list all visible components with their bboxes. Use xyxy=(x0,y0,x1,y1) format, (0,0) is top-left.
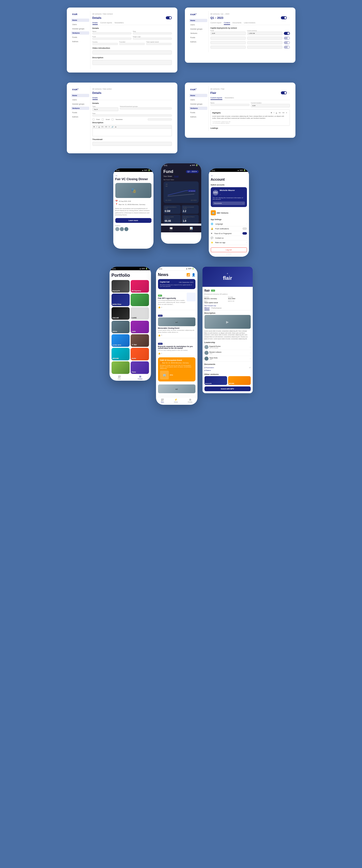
cap-field-3[interactable] xyxy=(211,41,246,44)
sidebar-item-users[interactable]: Users xyxy=(71,23,89,26)
portfolio-item-oscar[interactable]: OSCAR xyxy=(112,307,130,320)
sidebar-item-investor-groups[interactable]: Investor groups xyxy=(71,27,89,30)
nav-portfolio-main[interactable]: ⊞ Portfolio xyxy=(138,375,142,380)
sidebar-item-home[interactable]: Home xyxy=(71,19,89,22)
q1-more-btn[interactable]: ⋮ xyxy=(288,17,290,19)
portfolio-item-alpine[interactable]: ALPINE UNITE xyxy=(112,334,130,347)
nav-portfolio-news[interactable]: ⊞ Portfolio xyxy=(188,398,192,403)
cap-toggle-4[interactable] xyxy=(284,46,290,49)
quarter-selector[interactable]: Q2 – 2023 ▾ xyxy=(186,170,199,173)
h-h1[interactable]: H1 xyxy=(278,112,281,114)
documents-btn[interactable]: Documents › xyxy=(213,202,245,205)
capital-input[interactable] xyxy=(146,43,172,45)
h-bold[interactable]: B xyxy=(270,112,272,114)
publish-toggle[interactable] xyxy=(166,16,172,19)
q1-publish-toggle[interactable] xyxy=(281,16,287,19)
email-checkbox[interactable] xyxy=(102,119,104,120)
sidebar-authors-3[interactable]: Authors xyxy=(71,115,89,119)
nav-activity[interactable]: ⚡ Activity xyxy=(174,398,178,403)
cap-field-1[interactable] xyxy=(211,37,246,40)
founded-input[interactable] xyxy=(119,43,145,45)
learn-more-btn[interactable]: Learn more xyxy=(115,218,151,223)
h-h2[interactable]: H2 xyxy=(282,112,285,114)
sidebar-investors-3[interactable]: Investor groups xyxy=(71,102,89,106)
flair-more-btn[interactable]: ⋮ xyxy=(288,92,290,94)
venture-thumb-buycycle[interactable]: buycycle xyxy=(204,376,227,385)
invest-with-bpv-btn[interactable]: Invest with BPV xyxy=(204,386,251,391)
sidebar-investors-2[interactable]: Investor groups xyxy=(189,27,207,31)
fund-input[interactable] xyxy=(92,38,131,40)
sidebar-users-4[interactable]: Users xyxy=(189,98,207,101)
tab-details[interactable]: Details xyxy=(92,22,98,25)
sidebar-ventures-4[interactable]: Ventures xyxy=(189,107,207,110)
nav-portfolio-news[interactable]: 📰 News xyxy=(118,375,121,380)
sidebar-funds-2[interactable]: Funds xyxy=(189,36,207,39)
bpv-like-icon[interactable]: 👍 xyxy=(158,306,161,308)
h-underline[interactable]: U xyxy=(275,112,277,114)
flair-tab-newsletters[interactable]: Newsletters xyxy=(225,97,234,100)
sidebar-investors-4[interactable]: Investor groups xyxy=(189,102,207,106)
settings-faceid[interactable]: ✕ Face ID or Fingerprint xyxy=(211,231,247,236)
sidebar-item-authors[interactable]: Authors xyxy=(71,40,89,43)
account-back-btn[interactable]: ← xyxy=(211,174,247,178)
flair-name-input[interactable] xyxy=(211,104,249,106)
other-account-row[interactable]: 🏢 ABC Ventures xyxy=(211,209,247,217)
logout-btn[interactable]: Log out xyxy=(211,247,247,252)
sidebar-item-ventures[interactable]: Ventures xyxy=(71,31,89,35)
settings-rate[interactable]: ⭐ Rate our app › xyxy=(211,240,247,245)
h-italic[interactable]: I xyxy=(273,112,275,114)
list-btn[interactable]: ≡ xyxy=(108,126,110,128)
tab-documents[interactable]: Documents xyxy=(233,22,242,25)
cap-field-5[interactable] xyxy=(211,46,246,49)
portfolio-item-flair[interactable]: ✦ flair xyxy=(131,334,149,347)
img-btn[interactable]: ⊞ xyxy=(115,126,117,128)
description-textarea[interactable] xyxy=(92,129,172,136)
h2-btn[interactable]: H2 xyxy=(105,126,108,128)
tab-newsletters[interactable]: Newsletters xyxy=(115,22,124,25)
nav-news[interactable]: 📰 News xyxy=(169,227,173,231)
portfolio-item-care[interactable]: CARE xyxy=(131,307,149,320)
sidebar-home-2[interactable]: Home xyxy=(189,19,207,22)
capital-toggle[interactable] xyxy=(284,32,290,35)
faceid-toggle[interactable] xyxy=(243,232,247,235)
h-list[interactable]: ≡ xyxy=(286,112,288,114)
sidebar-funds-3[interactable]: Funds xyxy=(71,111,89,114)
tab-your-share[interactable]: Your Share xyxy=(164,176,172,178)
italic-btn[interactable]: I xyxy=(96,126,98,128)
video-input[interactable] xyxy=(92,51,172,55)
stage-input[interactable] xyxy=(133,38,172,40)
event-back-btn[interactable]: ← xyxy=(115,174,151,178)
name-input[interactable] xyxy=(92,32,131,34)
fund-currency-input[interactable]: EUR xyxy=(211,32,246,35)
sidebar-home-4[interactable]: Home xyxy=(189,94,207,97)
action-type-input[interactable]: Text ▾ xyxy=(92,107,118,111)
nav-news-main[interactable]: 📰 News xyxy=(161,398,164,403)
flair-tab-reports[interactable]: Current reports xyxy=(211,97,222,100)
sidebar-authors-2[interactable]: Authors xyxy=(189,40,207,43)
bold-btn[interactable]: B xyxy=(93,126,95,128)
flair-location-input[interactable]: EUR xyxy=(251,104,290,107)
doc-flattens-name[interactable]: ▸ Flattens xyxy=(204,369,211,371)
nav-fund[interactable]: 📊 Fund xyxy=(190,227,193,231)
settings-push[interactable]: 🔔 Push notifications xyxy=(211,226,247,231)
country-input[interactable] xyxy=(92,43,118,45)
sidebar-home-3[interactable]: Home xyxy=(71,94,89,97)
company-tab-performance[interactable]: Performance xyxy=(212,306,222,310)
cap-field-6[interactable] xyxy=(247,46,282,49)
flair-toggle[interactable] xyxy=(281,91,287,94)
portfolio-item-okina[interactable]: okina xyxy=(112,321,130,333)
tab-current-report[interactable]: Current report xyxy=(211,22,222,25)
portfolio-item-hutte[interactable]: Hutte xyxy=(131,348,149,360)
link-btn[interactable]: 🔗 xyxy=(111,126,114,128)
buycycle-like-icon[interactable]: 👍 xyxy=(158,352,161,354)
underline-btn[interactable]: U xyxy=(98,126,100,128)
desc-input[interactable] xyxy=(92,60,172,65)
portfolio-item-betterview[interactable]: betterView xyxy=(112,293,130,306)
push-notif-checkbox[interactable] xyxy=(92,119,94,120)
h1-btn[interactable]: H1 xyxy=(101,126,104,128)
push-toggle[interactable] xyxy=(243,227,247,230)
sidebar-authors-4[interactable]: Authors xyxy=(189,115,207,119)
doc-presentation-name[interactable]: ▸ Presentation xyxy=(204,367,214,368)
action-date-input[interactable] xyxy=(92,115,172,117)
sidebar-item-funds[interactable]: Funds xyxy=(71,36,89,39)
